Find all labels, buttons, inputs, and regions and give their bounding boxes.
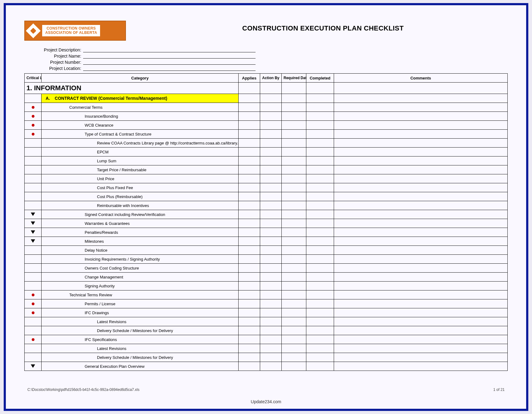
empty-cell[interactable]: [334, 237, 508, 246]
field-project-location[interactable]: [83, 64, 256, 71]
empty-cell[interactable]: [306, 246, 334, 255]
empty-cell[interactable]: [282, 210, 306, 219]
empty-cell[interactable]: [282, 264, 306, 273]
empty-cell[interactable]: [282, 326, 306, 335]
empty-cell[interactable]: [260, 165, 282, 174]
empty-cell[interactable]: [334, 264, 508, 273]
empty-cell[interactable]: [260, 121, 282, 130]
empty-cell[interactable]: [306, 103, 334, 112]
empty-cell[interactable]: [260, 308, 282, 317]
empty-cell[interactable]: [282, 273, 306, 282]
empty-cell[interactable]: [306, 344, 334, 353]
empty-cell[interactable]: [334, 335, 508, 344]
empty-cell[interactable]: [306, 290, 334, 299]
empty-cell[interactable]: [239, 308, 260, 317]
empty-cell[interactable]: [306, 362, 334, 371]
empty-cell[interactable]: [260, 103, 282, 112]
empty-cell[interactable]: [334, 326, 508, 335]
empty-cell[interactable]: [260, 130, 282, 139]
empty-cell[interactable]: [334, 255, 508, 264]
empty-cell[interactable]: [239, 103, 260, 112]
empty-cell[interactable]: [334, 246, 508, 255]
empty-cell[interactable]: [306, 219, 334, 228]
empty-cell[interactable]: [282, 335, 306, 344]
empty-cell[interactable]: [239, 255, 260, 264]
empty-cell[interactable]: [260, 273, 282, 282]
empty-cell[interactable]: [282, 112, 306, 121]
empty-cell[interactable]: [306, 264, 334, 273]
empty-cell[interactable]: [306, 237, 334, 246]
empty-cell[interactable]: [239, 174, 260, 183]
empty-cell[interactable]: [282, 290, 306, 299]
empty-cell[interactable]: [239, 156, 260, 165]
empty-cell[interactable]: [260, 112, 282, 121]
empty-cell[interactable]: [306, 183, 334, 192]
empty-cell[interactable]: [306, 353, 334, 362]
field-project-description[interactable]: [83, 46, 256, 52]
empty-cell[interactable]: [306, 165, 334, 174]
empty-cell[interactable]: [334, 282, 508, 290]
empty-cell[interactable]: [306, 299, 334, 308]
empty-cell[interactable]: [334, 290, 508, 299]
empty-cell[interactable]: [239, 246, 260, 255]
empty-cell[interactable]: [260, 299, 282, 308]
empty-cell[interactable]: [282, 165, 306, 174]
empty-cell[interactable]: [260, 139, 282, 148]
empty-cell[interactable]: [306, 112, 334, 121]
empty-cell[interactable]: [239, 165, 260, 174]
empty-cell[interactable]: [334, 174, 508, 183]
empty-cell[interactable]: [306, 282, 334, 290]
empty-cell[interactable]: [334, 139, 508, 148]
empty-cell[interactable]: [239, 344, 260, 353]
empty-cell[interactable]: [260, 210, 282, 219]
empty-cell[interactable]: [239, 210, 260, 219]
empty-cell[interactable]: [239, 130, 260, 139]
empty-cell[interactable]: [282, 237, 306, 246]
empty-cell[interactable]: [239, 326, 260, 335]
empty-cell[interactable]: [260, 246, 282, 255]
empty-cell[interactable]: [282, 228, 306, 237]
empty-cell[interactable]: [334, 299, 508, 308]
empty-cell[interactable]: [334, 219, 508, 228]
empty-cell[interactable]: [260, 192, 282, 201]
empty-cell[interactable]: [334, 192, 508, 201]
empty-cell[interactable]: [239, 290, 260, 299]
empty-cell[interactable]: [306, 139, 334, 148]
empty-cell[interactable]: [334, 201, 508, 210]
empty-cell[interactable]: [282, 174, 306, 183]
empty-cell[interactable]: [239, 183, 260, 192]
empty-cell[interactable]: [260, 264, 282, 273]
empty-cell[interactable]: [306, 130, 334, 139]
empty-cell[interactable]: [260, 228, 282, 237]
empty-cell[interactable]: [306, 210, 334, 219]
empty-cell[interactable]: [239, 237, 260, 246]
empty-cell[interactable]: [334, 308, 508, 317]
field-project-name[interactable]: [83, 52, 256, 59]
empty-cell[interactable]: [260, 344, 282, 353]
empty-cell[interactable]: [282, 201, 306, 210]
empty-cell[interactable]: [282, 148, 306, 156]
empty-cell[interactable]: [282, 362, 306, 371]
empty-cell[interactable]: [239, 112, 260, 121]
empty-cell[interactable]: [239, 317, 260, 326]
empty-cell[interactable]: [239, 299, 260, 308]
empty-cell[interactable]: [306, 148, 334, 156]
empty-cell[interactable]: [282, 299, 306, 308]
empty-cell[interactable]: [282, 121, 306, 130]
field-project-number[interactable]: [83, 58, 256, 65]
empty-cell[interactable]: [260, 317, 282, 326]
empty-cell[interactable]: [334, 344, 508, 353]
empty-cell[interactable]: [334, 148, 508, 156]
empty-cell[interactable]: [306, 273, 334, 282]
empty-cell[interactable]: [334, 210, 508, 219]
empty-cell[interactable]: [282, 192, 306, 201]
empty-cell[interactable]: [282, 219, 306, 228]
empty-cell[interactable]: [282, 246, 306, 255]
empty-cell[interactable]: [260, 219, 282, 228]
empty-cell[interactable]: [260, 326, 282, 335]
empty-cell[interactable]: [282, 308, 306, 317]
empty-cell[interactable]: [260, 237, 282, 246]
empty-cell[interactable]: [260, 201, 282, 210]
empty-cell[interactable]: [239, 121, 260, 130]
empty-cell[interactable]: [239, 139, 260, 148]
